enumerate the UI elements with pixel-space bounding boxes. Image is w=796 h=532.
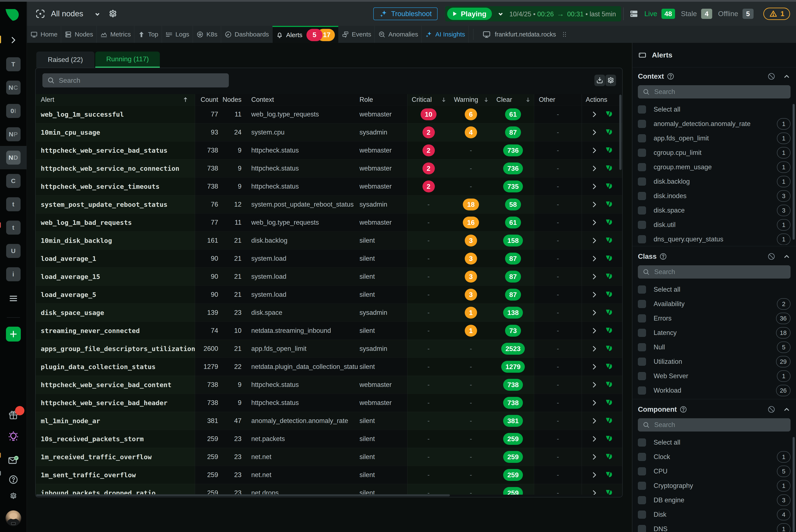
checkbox[interactable] [638, 511, 646, 519]
column-header-nodes[interactable]: Nodes [221, 94, 245, 105]
clear-count-pill[interactable]: 58 [505, 198, 521, 210]
netdata-leaf-icon[interactable] [606, 454, 613, 460]
sort-desc-icon[interactable] [483, 96, 492, 103]
space-button[interactable]: 0I [6, 104, 21, 118]
checkbox[interactable] [638, 134, 646, 142]
filter-search-input[interactable] [654, 421, 786, 429]
expand-row-button[interactable] [591, 345, 598, 352]
crit-count-pill[interactable]: 2 [423, 163, 435, 174]
filter-item[interactable]: Workload26 [638, 383, 791, 398]
space-item-np[interactable]: NP [0, 122, 27, 146]
filter-item[interactable]: disk.util1 [638, 217, 791, 232]
alert-name[interactable]: httpcheck_web_service_bad_status [36, 141, 195, 159]
vertical-scrollbar[interactable] [619, 95, 622, 170]
table-row[interactable]: web_log_1m_bad_requests7711web_log.type_… [36, 213, 622, 231]
table-row[interactable]: load_average_59021system.loadsilent-387- [36, 286, 622, 304]
space-button[interactable]: i [6, 267, 21, 281]
alert-name[interactable]: inbound_packets_dropped_ratio [36, 484, 195, 495]
expand-row-button[interactable] [591, 147, 598, 154]
table-row[interactable]: httpcheck_web_service_timeouts7389httpch… [36, 177, 622, 195]
warn-count-pill[interactable]: 18 [463, 198, 479, 210]
warn-count-pill[interactable]: 4 [465, 127, 477, 138]
tab-home[interactable]: Home [27, 26, 61, 43]
alert-name[interactable]: load_average_1 [36, 249, 195, 267]
filter-item[interactable]: Disk4 [638, 507, 791, 522]
warn-count-pill[interactable]: 16 [463, 216, 479, 228]
alert-name[interactable]: 10min_cpu_usage [36, 123, 195, 141]
netdata-leaf-icon[interactable] [606, 237, 613, 244]
stale-count-badge[interactable]: 4 [701, 9, 712, 19]
settings-button[interactable] [0, 492, 27, 500]
tab-ai-insights[interactable]: AI Insights [422, 26, 468, 43]
netdata-leaf-icon[interactable] [606, 345, 613, 352]
table-row[interactable]: 1m_sent_traffic_overflow25923net.netsile… [36, 466, 622, 484]
clear-count-pill[interactable]: 158 [503, 234, 523, 246]
netdata-leaf-icon[interactable] [606, 436, 613, 442]
netdata-leaf-icon[interactable] [606, 165, 613, 172]
checkbox[interactable] [638, 525, 646, 532]
checkbox[interactable] [638, 496, 646, 504]
netdata-leaf-icon[interactable] [606, 472, 613, 478]
table-row[interactable]: 10min_disk_backlog16121disk.backlogsilen… [36, 231, 622, 249]
add-space-button[interactable] [6, 327, 21, 342]
expand-row-button[interactable] [591, 129, 598, 136]
column-header-alert[interactable]: Alert [36, 94, 195, 105]
checkbox[interactable] [638, 329, 646, 337]
time-range[interactable]: 10/4/25 • 00:26 → 00:31 • last 5min [509, 10, 616, 18]
column-header-critical[interactable]: Critical [407, 94, 450, 105]
table-row[interactable]: httpcheck_web_service_bad_content7389htt… [36, 376, 622, 394]
tab-dashboards[interactable]: Dashboards [221, 26, 273, 43]
space-item-nd[interactable]: ND [0, 146, 27, 169]
checkbox[interactable] [638, 221, 646, 229]
sidebar-expand-button[interactable] [0, 34, 27, 47]
tab-k8s[interactable]: K8s [193, 26, 221, 43]
table-row[interactable]: apps_group_file_descriptors_utilization2… [36, 340, 622, 358]
alert-name[interactable]: 10min_disk_backlog [36, 231, 195, 249]
crit-count-pill[interactable]: 2 [423, 127, 435, 138]
alert-name[interactable]: web_log_1m_successful [36, 105, 195, 123]
table-row[interactable]: httpcheck_web_service_bad_status7389http… [36, 141, 622, 159]
alert-name[interactable]: httpcheck_web_service_timeouts [36, 177, 195, 195]
filter-list-scrollbar[interactable] [793, 437, 795, 532]
clear-count-pill[interactable]: 736 [503, 145, 523, 156]
netdata-leaf-icon[interactable] [606, 111, 613, 118]
space-item-i[interactable]: i [0, 263, 27, 286]
tab-alerts[interactable]: Alerts517 [273, 26, 338, 43]
tab-node-frankfurt[interactable]: frankfurt.netdata.rocks [474, 26, 574, 43]
netdata-leaf-icon[interactable] [606, 129, 613, 136]
tab-nodes[interactable]: Nodes [61, 26, 97, 43]
clear-count-pill[interactable]: 381 [503, 415, 523, 427]
room-caret-button[interactable] [94, 11, 100, 18]
warn-count-pill[interactable]: 3 [465, 289, 477, 301]
tab-running[interactable]: Running (117) [95, 52, 160, 68]
filter-item[interactable]: dns_query.query_status1 [638, 232, 791, 245]
netdata-leaf-icon[interactable] [606, 327, 613, 334]
chevron-up-icon[interactable] [783, 405, 791, 413]
alert-name[interactable]: 10s_received_packets_storm [36, 430, 195, 448]
room-selector[interactable]: All nodes [35, 8, 83, 19]
space-item-t[interactable]: t [0, 193, 27, 216]
column-header-count[interactable]: Count [195, 94, 221, 105]
column-header-role[interactable]: Role [358, 94, 407, 105]
table-row[interactable]: streaming_never_connected7410netdata.str… [36, 322, 622, 340]
clear-count-pill[interactable]: 87 [505, 271, 521, 283]
filter-item[interactable]: Availability2 [638, 297, 791, 311]
clear-count-pill[interactable]: 87 [505, 289, 521, 301]
filter-item[interactable]: CPU5 [638, 464, 791, 478]
clear-filter-ban-icon[interactable] [767, 405, 776, 414]
expand-row-button[interactable] [591, 273, 598, 280]
clear-filter-ban-icon[interactable] [767, 72, 776, 81]
expand-row-button[interactable] [591, 255, 598, 262]
filter-item[interactable]: cgroup.cpu_limit1 [638, 146, 791, 160]
clear-count-pill[interactable]: 73 [505, 325, 521, 337]
sort-desc-icon[interactable] [441, 96, 450, 103]
space-button[interactable]: T [6, 57, 21, 71]
netdata-leaf-icon[interactable] [606, 273, 613, 280]
room-settings-gear-icon[interactable] [108, 9, 118, 19]
table-row[interactable]: 10s_received_packets_storm25923net.packe… [36, 430, 622, 448]
tab-top[interactable]: Top [134, 26, 162, 43]
table-search-input[interactable] [59, 77, 224, 84]
netdata-leaf-icon[interactable] [606, 381, 613, 388]
tab-raised[interactable]: Raised (22) [36, 52, 94, 68]
filter-item[interactable]: Cryptography1 [638, 478, 791, 493]
